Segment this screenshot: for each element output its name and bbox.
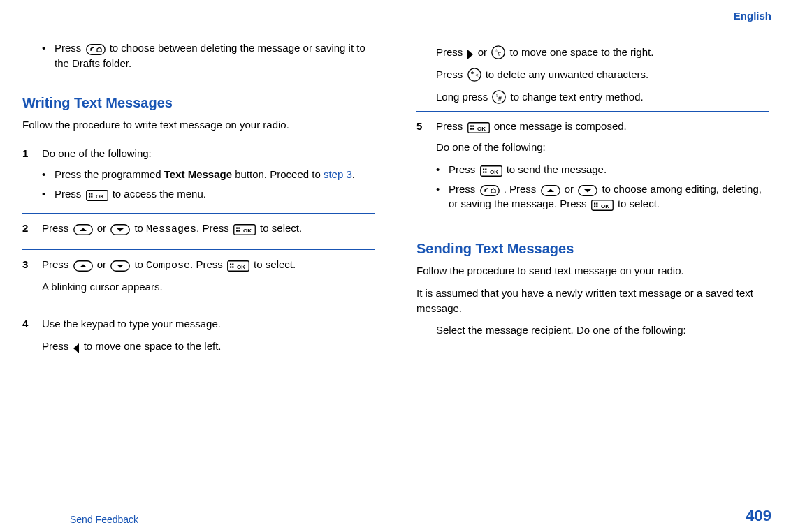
text: Long press: [436, 91, 491, 103]
menu-messages: Messages: [146, 223, 196, 235]
list-item: Press to send the message.: [436, 162, 769, 177]
heading-sending: Sending Text Messages: [416, 239, 769, 259]
left-arrow-icon: [73, 343, 80, 353]
ok-button-icon: [480, 165, 502, 177]
text: to access the menu.: [113, 188, 206, 200]
step5-bullets: Press to send the message. Press . Press…: [436, 162, 769, 212]
bold-text: Text Message: [164, 168, 232, 180]
text: to move one space to the right.: [509, 46, 653, 58]
step3-link[interactable]: step 3: [324, 168, 352, 180]
text: Press: [55, 42, 85, 54]
step-3: 3 Press or to Compose. Press to select. …: [22, 249, 375, 309]
text: to send the message.: [507, 163, 607, 175]
text: Press: [449, 163, 479, 175]
step-number: 2: [22, 221, 28, 236]
text: . Press: [190, 258, 226, 270]
ok-button-icon: [591, 200, 614, 211]
down-arrow-icon: [578, 185, 597, 196]
text: Press: [449, 183, 479, 195]
text: Do one of the following:: [436, 140, 769, 155]
page-number: 409: [746, 507, 771, 525]
text: to select.: [260, 222, 302, 234]
cursor-note: A blinking cursor appears.: [42, 279, 375, 295]
writing-intro: Follow the procedure to write text messa…: [22, 117, 375, 133]
text: Press the programmed: [55, 168, 164, 180]
writing-steps: 1 Do one of the following: Press the pro…: [22, 139, 375, 367]
text: Press: [436, 120, 466, 132]
step4-continued: Press or to move one space to the right.…: [416, 45, 769, 104]
hash-key-icon: [491, 45, 505, 59]
step-number: 5: [416, 119, 422, 134]
text: or: [97, 258, 110, 270]
language-header: English: [20, 10, 771, 29]
ok-button-icon: [233, 224, 256, 235]
page: English Press to choose between deleting…: [0, 0, 791, 532]
ok-button-icon: [86, 190, 108, 201]
text: . Press: [196, 222, 232, 234]
step-number: 1: [22, 146, 28, 161]
text: Press: [42, 340, 72, 352]
back-home-icon: [480, 185, 500, 196]
up-arrow-icon: [541, 185, 560, 196]
step1-bullets: Press the programmed Text Message button…: [42, 167, 375, 202]
sending-note: It is assumed that you have a newly writ…: [416, 286, 769, 316]
text: to change text entry method.: [511, 91, 644, 103]
list-item: Press the programmed Text Message button…: [42, 167, 375, 182]
text: Do one of the following:: [42, 147, 152, 159]
step-2: 2 Press or to Messages. Press to select.: [22, 213, 375, 250]
down-arrow-icon: [110, 260, 130, 272]
text: Select the message recipient. Do one of …: [436, 323, 769, 338]
text: Press: [55, 188, 85, 200]
text: .: [352, 168, 355, 180]
column-left: Press to choose between deleting the mes…: [22, 40, 375, 367]
text: to select.: [254, 258, 296, 270]
text: to delete any unwanted characters.: [486, 68, 648, 80]
text: . Press: [504, 183, 539, 195]
ok-button-icon: [467, 122, 490, 133]
down-arrow-icon: [110, 224, 130, 235]
right-arrow-icon: [467, 50, 474, 59]
text: or: [565, 183, 577, 195]
step-number: 3: [22, 257, 28, 272]
step-number: 4: [22, 316, 28, 332]
list-item: Press . Press or to choose among editing…: [436, 182, 769, 212]
step-4: 4 Use the keypad to type your message. P…: [22, 309, 375, 368]
content-columns: Press to choose between deleting the mes…: [20, 35, 771, 367]
column-right: Press or to move one space to the right.…: [416, 40, 769, 367]
step-5: 5 Press once message is composed. Do one…: [416, 111, 769, 223]
heading-writing: Writing Text Messages: [22, 93, 375, 113]
back-home-icon: [86, 44, 106, 55]
step-1: 1 Do one of the following: Press the pro…: [22, 139, 375, 212]
text: to: [134, 258, 146, 270]
up-arrow-icon: [73, 224, 93, 235]
text: Press: [436, 68, 466, 80]
star-key-icon: [467, 68, 481, 82]
text: to move one space to the left.: [84, 340, 222, 352]
text: or: [478, 46, 491, 58]
text: once message is composed.: [494, 120, 627, 132]
ok-button-icon: [227, 260, 249, 272]
page-footer: Send Feedback 409: [0, 507, 791, 525]
text: or: [97, 222, 110, 234]
step5-list: 5 Press once message is composed. Do one…: [416, 111, 769, 223]
text: to: [134, 222, 146, 234]
text: button. Proceed to: [232, 168, 324, 180]
text: Press: [42, 222, 72, 234]
sending-intro: Follow the procedure to send text messag…: [416, 263, 769, 279]
text: Press: [42, 258, 72, 270]
sending-step: Select the message recipient. Do one of …: [416, 323, 769, 338]
list-item: Press to access the menu.: [42, 186, 375, 202]
text: to select.: [618, 198, 660, 209]
hash-key-icon: [492, 90, 506, 104]
text: Press: [436, 46, 466, 58]
text: Use the keypad to type your message.: [42, 316, 375, 332]
up-arrow-icon: [73, 260, 93, 272]
menu-compose: Compose: [146, 260, 190, 272]
lead-bullet: Press to choose between deleting the mes…: [22, 40, 375, 80]
send-feedback-link[interactable]: Send Feedback: [70, 514, 138, 525]
